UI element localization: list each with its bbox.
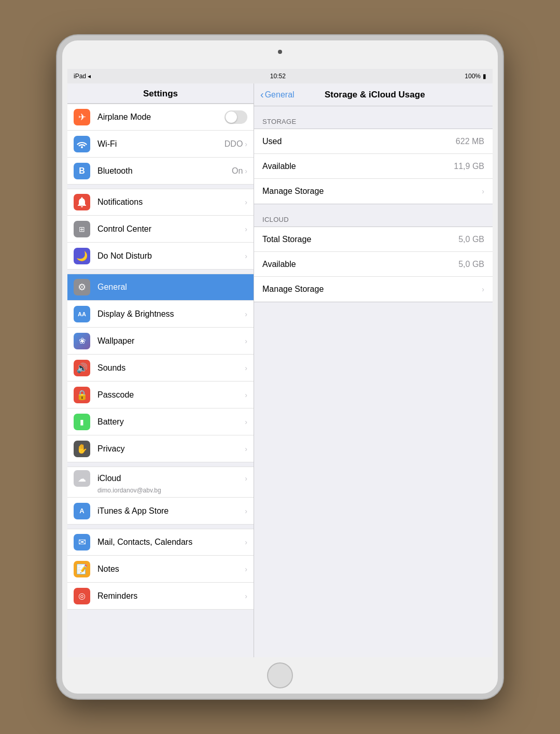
general-label: General (97, 283, 247, 292)
home-button[interactable] (267, 662, 293, 688)
front-camera (278, 50, 282, 54)
status-left: iPad ◂ (74, 73, 91, 80)
storage-section-body: Used 622 MB Available 11,9 GB Manage Sto… (254, 129, 493, 204)
back-button[interactable]: ‹ General (260, 89, 295, 101)
mail-label: Mail, Contacts, Calendars (97, 538, 245, 547)
sidebar-item-notes[interactable]: 📝 Notes › (67, 556, 254, 583)
notifications-icon (74, 194, 90, 210)
battery-icon: ▮ (74, 414, 90, 430)
mail-chevron: › (245, 538, 247, 546)
detail-panel: ‹ General Storage & iCloud Usage STORAGE… (254, 83, 493, 657)
battery-icon: ▮ (483, 73, 486, 80)
passcode-icon: 🔒 (74, 387, 90, 403)
content-area: Settings ✈ Airplane Mode (67, 83, 493, 657)
itunes-chevron: › (245, 507, 247, 515)
storage-available-value: 11,9 GB (454, 162, 484, 171)
status-time: 10:52 (270, 73, 286, 80)
itunes-label: iTunes & App Store (97, 506, 245, 516)
storage-manage-label: Manage Storage (262, 187, 479, 196)
sidebar-item-passcode[interactable]: 🔒 Passcode › (67, 382, 254, 408)
icloud-section-header: ICLOUD (254, 216, 493, 223)
notes-label: Notes (97, 564, 245, 574)
sidebar-item-control-center[interactable]: ⊞ Control Center › (67, 216, 254, 243)
storage-available-row: Available 11,9 GB (254, 154, 493, 179)
reminders-label: Reminders (97, 591, 245, 601)
display-chevron: › (245, 310, 247, 318)
bluetooth-value: On (232, 166, 243, 176)
sidebar-item-mail[interactable]: ✉ Mail, Contacts, Calendars › (67, 529, 254, 556)
privacy-chevron: › (245, 445, 247, 453)
storage-section: STORAGE Used 622 MB Available 11,9 GB Ma… (254, 118, 493, 204)
notes-icon: 📝 (74, 561, 90, 577)
wallpaper-chevron: › (245, 337, 247, 345)
settings-group-apps: ✉ Mail, Contacts, Calendars › 📝 Notes › … (67, 529, 254, 610)
icloud-available-label: Available (262, 260, 458, 269)
sidebar-item-do-not-disturb[interactable]: 🌙 Do Not Disturb › (67, 243, 254, 270)
icloud-email: dimo.iordanov@abv.bg (97, 487, 161, 494)
airplane-toggle[interactable] (225, 110, 247, 124)
reminders-icon: ◎ (74, 588, 90, 604)
battery-label: Battery (97, 417, 245, 427)
icloud-section-body: Total Storage 5,0 GB Available 5,0 GB Ma… (254, 227, 493, 302)
sidebar-item-privacy[interactable]: ✋ Privacy › (67, 435, 254, 462)
sidebar-item-airplane-mode[interactable]: ✈ Airplane Mode (67, 104, 254, 131)
icloud-total-row: Total Storage 5,0 GB (254, 227, 493, 252)
wifi-value: DDO (225, 139, 243, 149)
sidebar-item-notifications[interactable]: Notifications › (67, 189, 254, 216)
dnd-icon: 🌙 (74, 248, 90, 264)
storage-manage-chevron: › (482, 187, 484, 195)
privacy-icon: ✋ (74, 441, 90, 457)
icloud-manage-row[interactable]: Manage Storage › (254, 277, 493, 302)
sounds-icon: 🔊 (74, 360, 90, 376)
sidebar-item-wifi[interactable]: Wi-Fi DDO › (67, 131, 254, 158)
storage-manage-row[interactable]: Manage Storage › (254, 179, 493, 204)
bluetooth-icon: B (74, 163, 90, 179)
sidebar-item-itunes[interactable]: A iTunes & App Store › (67, 498, 254, 525)
icloud-icon: ☁ (74, 470, 90, 487)
settings-group-general: ⚙ General AA Display & Brightness › ❀ Wa… (67, 274, 254, 462)
screen: iPad ◂ 10:52 100% ▮ Settings ✈ Airplane … (67, 69, 493, 657)
back-chevron-icon: ‹ (260, 89, 264, 101)
privacy-label: Privacy (97, 444, 245, 454)
sidebar-item-display[interactable]: AA Display & Brightness › (67, 301, 254, 328)
sidebar-item-reminders[interactable]: ◎ Reminders › (67, 583, 254, 610)
notifications-label: Notifications (97, 197, 245, 207)
settings-group-accounts: ☁ iCloud › dimo.iordanov@abv.bg A iTunes… (67, 467, 254, 525)
detail-title: Storage & iCloud Usage (295, 90, 455, 100)
reminders-chevron: › (245, 592, 247, 600)
airplane-icon: ✈ (74, 109, 90, 125)
wallpaper-icon: ❀ (74, 333, 90, 349)
sidebar-item-sounds[interactable]: 🔊 Sounds › (67, 355, 254, 382)
sidebar-item-general[interactable]: ⚙ General (67, 274, 254, 301)
notifications-chevron: › (245, 198, 247, 206)
passcode-chevron: › (245, 391, 247, 399)
sounds-chevron: › (245, 364, 247, 372)
control-center-label: Control Center (97, 224, 245, 234)
tablet-frame: iPad ◂ 10:52 100% ▮ Settings ✈ Airplane … (57, 35, 503, 699)
icloud-label: iCloud (97, 474, 245, 483)
sidebar-item-icloud[interactable]: ☁ iCloud › dimo.iordanov@abv.bg (67, 467, 254, 498)
battery-percent: 100% (465, 73, 481, 80)
icloud-available-row: Available 5,0 GB (254, 252, 493, 277)
sidebar-item-wallpaper[interactable]: ❀ Wallpaper › (67, 328, 254, 355)
itunes-icon: A (74, 503, 90, 519)
icloud-available-value: 5,0 GB (458, 260, 484, 269)
sidebar-item-bluetooth[interactable]: B Bluetooth On › (67, 158, 254, 185)
dnd-chevron: › (245, 252, 247, 260)
wifi-icon (74, 136, 90, 152)
airplane-mode-label: Airplane Mode (97, 112, 225, 122)
wifi-chevron: › (245, 140, 247, 148)
storage-used-value: 622 MB (456, 137, 484, 146)
icloud-total-label: Total Storage (262, 235, 458, 244)
sidebar-title: Settings (67, 83, 254, 104)
icloud-top: ☁ iCloud › (74, 470, 247, 487)
status-bar: iPad ◂ 10:52 100% ▮ (67, 69, 493, 83)
settings-group-connectivity: ✈ Airplane Mode (67, 104, 254, 185)
control-center-chevron: › (245, 225, 247, 233)
sidebar-item-battery[interactable]: ▮ Battery › (67, 408, 254, 435)
ipad-label: iPad ◂ (74, 73, 91, 80)
battery-chevron: › (245, 418, 247, 426)
storage-used-row: Used 622 MB (254, 129, 493, 154)
display-icon: AA (74, 306, 90, 322)
passcode-label: Passcode (97, 390, 245, 400)
